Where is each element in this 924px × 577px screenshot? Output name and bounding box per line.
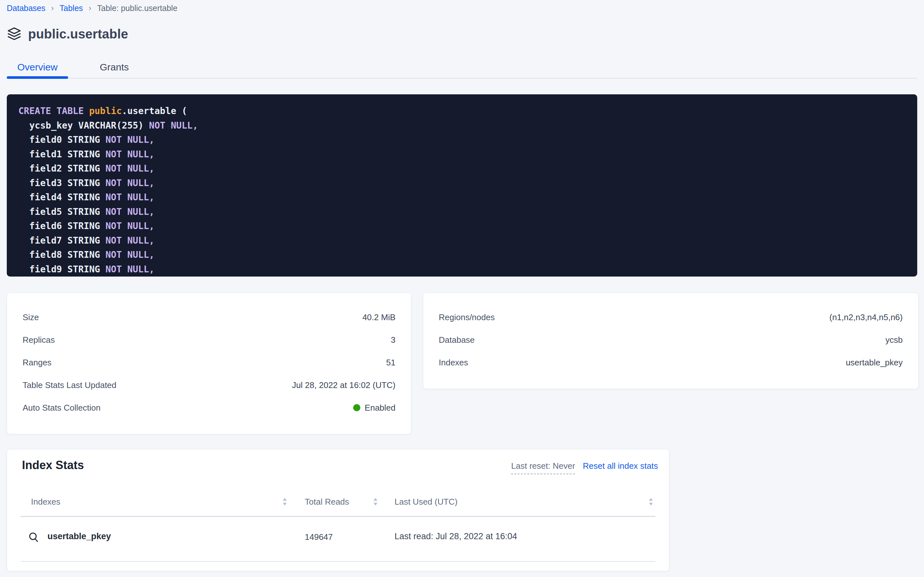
status-text: Enabled	[365, 403, 395, 413]
chevron-right-icon: ›	[51, 3, 55, 13]
chevron-right-icon: ›	[88, 3, 92, 13]
stat-value: ycsb	[885, 335, 903, 345]
sql-line: field3 STRING NOT NULL,	[18, 176, 906, 190]
stat-label: Replicas	[22, 335, 55, 345]
last-used-value: Last read: Jul 28, 2022 at 16:04	[395, 532, 517, 542]
stat-label: Database	[439, 335, 475, 345]
stat-value: Jul 28, 2022 at 16:02 (UTC)	[292, 380, 395, 390]
stat-row-database: Database ycsb	[439, 329, 903, 351]
stat-value: (n1,n2,n3,n4,n5,n6)	[829, 313, 903, 322]
sql-line: field4 STRING NOT NULL,	[18, 190, 906, 205]
search-icon	[28, 532, 40, 545]
sql-line: field8 STRING NOT NULL,	[18, 248, 906, 262]
sql-line: CREATE TABLE public.usertable (	[18, 104, 906, 119]
stat-row-ranges: Ranges 51	[22, 351, 395, 374]
stat-label: Auto Stats Collection	[22, 403, 100, 413]
status-badge: Enabled	[353, 403, 395, 413]
sort-arrows-icon[interactable]	[373, 496, 378, 508]
stat-label: Regions/nodes	[439, 313, 495, 322]
create-table-sql-box: CREATE TABLE public.usertable ( ycsb_key…	[7, 94, 917, 277]
table-row: usertable_pkey 149647 Last read: Jul 28,…	[7, 526, 669, 549]
sql-line: field0 STRING NOT NULL,	[18, 133, 906, 147]
index-stats-reset-row: Last reset: Never Reset all index stats	[511, 461, 658, 474]
stat-row-indexes: Indexes usertable_pkey	[439, 351, 903, 374]
index-stats-table-header: Indexes Total Reads Last Used (UTC)	[7, 495, 669, 509]
index-name-link[interactable]: usertable_pkey	[47, 532, 111, 542]
tab-divider	[7, 78, 917, 79]
index-stats-title: Index Stats	[22, 458, 84, 472]
table-details-page: Databases › Tables › Table: public.usert…	[0, 0, 924, 577]
sql-line: field1 STRING NOT NULL,	[18, 147, 906, 162]
stack-icon	[7, 26, 22, 41]
stat-label: Table Stats Last Updated	[22, 380, 117, 390]
sql-line: ycsb_key VARCHAR(255) NOT NULL,	[18, 119, 906, 133]
table-header-divider	[21, 516, 656, 517]
stat-row-stats-updated: Table Stats Last Updated Jul 28, 2022 at…	[22, 374, 395, 396]
breadcrumb: Databases › Tables › Table: public.usert…	[7, 3, 178, 13]
stat-value: usertable_pkey	[846, 358, 903, 367]
stat-row-size: Size 40.2 MiB	[22, 306, 395, 329]
column-header-indexes[interactable]: Indexes	[31, 495, 60, 509]
sql-code: CREATE TABLE public.usertable ( ycsb_key…	[18, 104, 906, 277]
sort-arrows-icon[interactable]	[648, 496, 654, 508]
breadcrumb-current-table: Table: public.usertable	[97, 3, 178, 13]
page-title-row: public.usertable	[7, 26, 128, 41]
total-reads-value: 149647	[305, 532, 333, 542]
breadcrumb-databases[interactable]: Databases	[7, 3, 45, 13]
table-details-card: Regions/nodes (n1,n2,n3,n4,n5,n6) Databa…	[423, 293, 919, 389]
column-header-last-used[interactable]: Last Used (UTC)	[395, 495, 458, 509]
sql-line: field6 STRING NOT NULL,	[18, 219, 906, 234]
breadcrumb-tables[interactable]: Tables	[60, 3, 83, 13]
tab-overview[interactable]: Overview	[7, 60, 68, 76]
status-dot-green	[353, 404, 360, 411]
sql-line: field2 STRING NOT NULL,	[18, 161, 906, 176]
reset-all-index-stats-link[interactable]: Reset all index stats	[583, 461, 658, 471]
stat-value: 40.2 MiB	[362, 313, 395, 322]
stat-row-replicas: Replicas 3	[22, 329, 395, 351]
tab-bar: Overview Grants	[7, 60, 145, 76]
stat-label: Ranges	[22, 358, 51, 367]
stat-value: 3	[391, 335, 395, 345]
sql-line: field7 STRING NOT NULL,	[18, 234, 906, 248]
table-row-divider	[21, 561, 656, 562]
stat-label: Indexes	[439, 358, 468, 367]
tab-grants[interactable]: Grants	[84, 60, 145, 76]
index-stats-card: Index Stats Last reset: Never Reset all …	[7, 449, 669, 571]
sort-arrows-icon[interactable]	[282, 496, 287, 508]
table-overview-card: Size 40.2 MiB Replicas 3 Ranges 51 Table…	[7, 293, 411, 434]
sql-line: field9 STRING NOT NULL,	[18, 262, 906, 277]
last-reset-label: Last reset: Never	[511, 461, 575, 474]
active-tab-indicator	[7, 76, 68, 79]
stat-row-auto-stats: Auto Stats Collection Enabled	[22, 396, 395, 419]
column-header-total-reads[interactable]: Total Reads	[305, 495, 349, 509]
page-title: public.usertable	[28, 27, 128, 41]
stat-row-regions: Regions/nodes (n1,n2,n3,n4,n5,n6)	[439, 306, 903, 329]
stat-value: 51	[386, 358, 395, 367]
sql-line: field5 STRING NOT NULL,	[18, 205, 906, 219]
stat-label: Size	[22, 313, 39, 322]
